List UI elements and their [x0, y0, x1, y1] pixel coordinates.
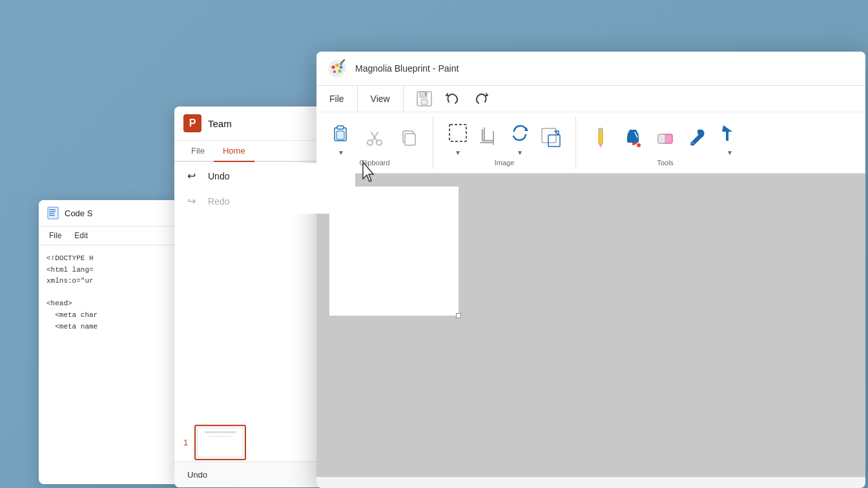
notepad-icon [46, 207, 59, 219]
redo-icon: ↪ [187, 195, 200, 207]
ppt-dropdown: ↩ Undo ↪ Redo [174, 163, 355, 214]
copy-btn[interactable] [394, 123, 422, 152]
ppt-undo-item[interactable]: ↩ Undo [174, 163, 355, 188]
ribbon-tools-row: ▼ [316, 112, 865, 173]
undo-label: Undo [208, 171, 229, 181]
resize-btn[interactable] [537, 123, 565, 152]
notepad-menu-file[interactable]: File [44, 229, 67, 242]
clipboard-tools: ▼ [327, 119, 422, 156]
ribbon-redo-btn[interactable] [468, 86, 494, 112]
svg-rect-17 [425, 92, 426, 96]
ppt-tab-file[interactable]: File [182, 141, 214, 161]
svg-rect-34 [599, 128, 603, 131]
eyedropper-btn[interactable] [683, 123, 712, 152]
paint-title: Magnolia Blueprint - Paint [355, 63, 459, 74]
ribbon-image-group: ▼ [433, 116, 576, 169]
svg-rect-39 [658, 134, 665, 143]
svg-rect-29 [542, 128, 556, 143]
copy-tool [394, 123, 422, 152]
svg-rect-27 [450, 125, 466, 141]
ribbon-tools-group: ▼ Tools [576, 116, 754, 169]
select-icon [447, 122, 469, 144]
clipboard-label: Clipboard [359, 156, 389, 167]
ppt-redo-item[interactable]: ↪ Redo [174, 188, 355, 214]
paste-tool: ▼ [327, 119, 355, 156]
svg-rect-16 [421, 99, 428, 105]
pencil-tool [586, 123, 615, 152]
svg-rect-3 [49, 213, 54, 214]
select-color-tool: ▼ [716, 119, 744, 156]
fill-btn[interactable] [619, 123, 647, 152]
notepad-title: Code S [65, 208, 92, 218]
cut-btn[interactable] [360, 123, 389, 152]
pencil-btn[interactable] [586, 123, 615, 152]
ppt-tab-home[interactable]: Home [214, 141, 254, 162]
paint-canvas[interactable] [316, 174, 865, 477]
eraser-btn[interactable] [651, 123, 679, 152]
undo-icon: ↩ [187, 170, 200, 182]
slide-thumb [194, 425, 246, 460]
eraser-tool [651, 123, 679, 152]
fill-icon [623, 126, 643, 149]
rotate-tool: ▼ [506, 119, 534, 156]
slide-thumb-inner [198, 429, 242, 456]
svg-rect-4 [49, 215, 55, 216]
paste-icon [329, 121, 353, 145]
fill-tool [619, 123, 647, 152]
svg-rect-26 [405, 134, 415, 145]
crop-tool [475, 123, 503, 152]
rotate-chevron: ▼ [517, 149, 523, 156]
svg-point-36 [637, 143, 641, 147]
select-color-chevron: ▼ [727, 149, 733, 156]
ribbon-file-btn[interactable]: File [316, 86, 357, 112]
paste-chevron: ▼ [338, 149, 344, 156]
svg-marker-33 [599, 144, 603, 148]
svg-rect-20 [336, 131, 344, 139]
cut-tool [360, 123, 389, 152]
copy-icon [399, 127, 417, 148]
resize-tool [537, 123, 565, 152]
ribbon-undo-btn[interactable] [440, 86, 466, 112]
svg-rect-2 [49, 211, 56, 212]
notepad-menu-edit[interactable]: Edit [69, 229, 93, 242]
ppt-app-icon: P [183, 114, 202, 132]
paint-window: Magnolia Blueprint - Paint File View [316, 52, 865, 488]
pencil-icon [591, 126, 610, 149]
slide-number: 1 [183, 438, 188, 447]
paint-app-icon [327, 58, 347, 79]
tools-label: Tools [657, 156, 674, 167]
svg-point-13 [340, 63, 342, 65]
svg-point-7 [332, 66, 335, 69]
ribbon-save-btn[interactable] [411, 86, 437, 112]
crop-btn[interactable] [475, 123, 503, 152]
eyedropper-tool [683, 123, 712, 152]
redo-icon [473, 90, 490, 107]
canvas-handle[interactable] [456, 313, 461, 318]
paint-titlebar: Magnolia Blueprint - Paint [316, 52, 865, 86]
eraser-icon [656, 128, 675, 147]
svg-point-10 [338, 70, 342, 73]
svg-point-9 [340, 66, 343, 69]
crop-icon [479, 127, 499, 148]
image-label: Image [495, 156, 515, 167]
ppt-title: Team [208, 118, 232, 129]
svg-marker-41 [722, 125, 732, 141]
tools-items: ▼ [586, 119, 744, 156]
image-tools: ▼ [444, 119, 565, 156]
select-arrow-icon [721, 123, 739, 143]
paste-btn[interactable] [327, 119, 355, 147]
resize-icon [541, 127, 561, 148]
svg-line-31 [555, 131, 559, 135]
svg-rect-19 [337, 126, 344, 129]
select-btn[interactable] [444, 119, 472, 147]
ribbon-clipboard-group: ▼ [316, 116, 433, 169]
eyedropper-icon [688, 127, 707, 148]
rotate-btn[interactable] [506, 119, 534, 147]
undo-icon [444, 90, 461, 107]
select-color-btn[interactable] [716, 119, 744, 147]
select-tool: ▼ [444, 119, 472, 156]
paint-ribbon: File View [316, 86, 865, 174]
ribbon-actions [404, 86, 502, 112]
svg-rect-30 [548, 135, 560, 147]
ribbon-view-btn[interactable]: View [358, 86, 403, 112]
